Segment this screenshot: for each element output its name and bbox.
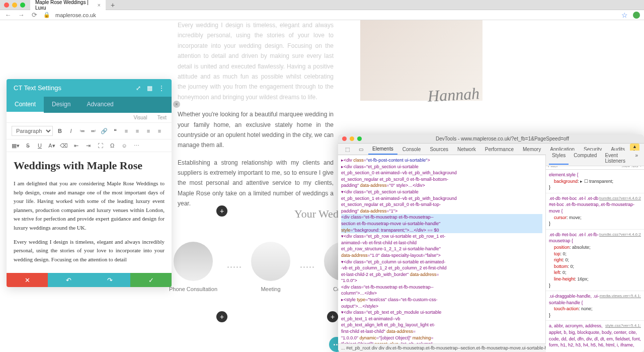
panel-header[interactable]: CT Text Settings ⤢ ▦ ⋮ xyxy=(7,79,172,97)
close-window-icon[interactable] xyxy=(4,3,9,8)
lock-icon: 🔒 xyxy=(43,12,50,18)
close-icon[interactable]: × xyxy=(173,101,180,108)
undo-button[interactable]: ↶ xyxy=(48,273,89,287)
fullscreen-icon[interactable]: ⛶ xyxy=(96,142,104,150)
table-icon[interactable]: ▦▾ xyxy=(12,142,20,150)
add-section-button[interactable]: + xyxy=(216,205,227,217)
subtab-computed[interactable]: Computed xyxy=(571,152,600,165)
page-content: Every wedding I design is timeless, eleg… xyxy=(0,20,644,352)
tab-performance[interactable]: Performance xyxy=(481,145,518,154)
align-right-icon[interactable]: ≡ xyxy=(144,127,152,135)
panel-tabs: Content Design Advanced xyxy=(7,97,172,113)
device-icon[interactable]: ▭ xyxy=(355,145,367,154)
maximize-window-icon[interactable] xyxy=(20,3,25,8)
redo-button[interactable]: ↷ xyxy=(89,273,130,287)
url-text[interactable]: maplerose.co.uk xyxy=(55,12,616,18)
font-color-icon[interactable]: A▾ xyxy=(48,142,56,150)
list-ol-icon[interactable]: ≕ xyxy=(89,127,97,135)
tab-title: Maple Rose Weddings | Luxu xyxy=(35,0,95,11)
circle-image xyxy=(251,242,290,281)
signature: Hannah xyxy=(427,84,480,105)
add-section-button[interactable]: + xyxy=(327,311,338,322)
editor-paragraph[interactable]: I am delighted that you are considering … xyxy=(14,179,165,233)
paragraph: Every wedding I design is timeless, eleg… xyxy=(178,20,334,102)
italic-icon[interactable]: I xyxy=(67,127,75,135)
browser-chrome: Maple Rose Weddings | Luxu × + xyxy=(0,0,644,10)
cancel-button[interactable]: ✕ xyxy=(7,273,48,287)
styles-tabs: Styles Computed Event Listeners » xyxy=(546,151,644,166)
process-circles: Phone Consultation Meeting Contract xyxy=(169,242,363,292)
tab-sources[interactable]: Sources xyxy=(426,145,452,154)
align-justify-icon[interactable]: ≡ xyxy=(155,127,164,135)
section-title: Your Wedd xyxy=(294,207,344,221)
tab-memory[interactable]: Memory xyxy=(519,145,545,154)
link-icon[interactable]: 🔗 xyxy=(100,127,108,135)
save-button[interactable]: ✓ xyxy=(130,273,172,287)
emoji-icon[interactable]: ☺ xyxy=(120,142,128,150)
body-text: Every wedding I design is timeless, eleg… xyxy=(178,20,334,216)
url-bar: ← → ⟳ 🔒 maplerose.co.uk ☆ xyxy=(0,10,644,20)
back-button[interactable]: ← xyxy=(4,11,12,19)
grid-icon[interactable]: ▦ xyxy=(147,85,152,92)
elements-tree[interactable]: ▸<div class="et-fb-post-content ui-sorta… xyxy=(338,155,546,348)
list-ul-icon[interactable]: ≔ xyxy=(78,127,86,135)
indent-icon[interactable]: ⇥ xyxy=(84,142,92,150)
tab-elements[interactable]: Elements xyxy=(368,144,397,155)
circle-label: Meeting xyxy=(261,286,280,292)
tab-content[interactable]: Content xyxy=(7,97,44,113)
paragraph: Establishing a strong relationship with … xyxy=(178,158,334,209)
window-controls xyxy=(4,3,25,8)
circle-image xyxy=(174,242,213,281)
clear-icon[interactable]: ⌫ xyxy=(60,142,68,150)
tab-advanced[interactable]: Advanced xyxy=(78,97,121,113)
outdent-icon[interactable]: ⇤ xyxy=(72,142,80,150)
expand-icon[interactable]: ⤢ xyxy=(136,85,141,92)
editor-toolbar: Paragraph B I ≔ ≕ 🔗 ❝ ≡ ≡ ≡ ≡ xyxy=(7,123,172,139)
paragraph: Whether you're looking for a beautiful m… xyxy=(178,109,334,151)
align-center-icon[interactable]: ≡ xyxy=(133,127,141,135)
bookmark-icon[interactable]: ☆ xyxy=(621,11,628,19)
forward-button[interactable]: → xyxy=(17,11,25,19)
close-icon[interactable] xyxy=(342,136,347,141)
devtools-titlebar[interactable]: DevTools - www.maplerose.co.uk/?et_fb=1&… xyxy=(338,134,644,144)
inspect-icon[interactable]: ⬚ xyxy=(341,145,354,154)
underline-icon[interactable]: U xyxy=(36,142,44,150)
quote-icon[interactable]: ❝ xyxy=(111,127,119,135)
tab-network[interactable]: Network xyxy=(453,145,480,154)
styles-panel[interactable]: Filter :hov .cls + element.style {backgr… xyxy=(546,162,644,348)
devtools-window: DevTools - www.maplerose.co.uk/?et_fb=1&… xyxy=(338,134,644,352)
add-section-button[interactable]: + xyxy=(216,311,227,322)
close-tab-icon[interactable]: × xyxy=(98,2,101,8)
editor-heading[interactable]: Weddings with Maple Rose xyxy=(14,159,165,172)
align-left-icon[interactable]: ≡ xyxy=(122,127,130,135)
special-char-icon[interactable]: Ω xyxy=(108,142,116,150)
reload-button[interactable]: ⟳ xyxy=(30,11,38,19)
more-tools-icon[interactable]: ⋯ xyxy=(132,142,140,150)
extension-icon[interactable] xyxy=(633,12,640,19)
subtab-text[interactable]: Text xyxy=(157,115,167,120)
editor-paragraph[interactable]: Every wedding I design is timeless, eleg… xyxy=(14,238,165,264)
more-icon[interactable]: ⋮ xyxy=(158,85,165,92)
new-tab-button[interactable]: + xyxy=(111,1,115,9)
subtab-visual[interactable]: Visual xyxy=(134,115,147,120)
devtools-title: DevTools - www.maplerose.co.uk/?et_fb=1&… xyxy=(365,136,640,142)
minimize-icon[interactable] xyxy=(350,136,354,141)
tab-design[interactable]: Design xyxy=(44,97,78,113)
format-select[interactable]: Paragraph xyxy=(12,126,53,136)
panel-title: CT Text Settings xyxy=(14,84,61,92)
browser-tab[interactable]: Maple Rose Weddings | Luxu × xyxy=(30,0,106,12)
breadcrumb[interactable]: ... #et_pb_root div div div.et-fb-mouset… xyxy=(338,343,546,352)
bold-icon[interactable]: B xyxy=(56,127,64,135)
subtab-styles[interactable]: Styles xyxy=(549,152,569,165)
circle-label: Phone Consultation xyxy=(169,286,217,292)
minimize-window-icon[interactable] xyxy=(12,3,17,8)
strike-icon[interactable]: S̶ xyxy=(24,142,32,150)
text-editor[interactable]: Weddings with Maple Rose I am delighted … xyxy=(7,152,172,273)
tab-console[interactable]: Console xyxy=(398,145,425,154)
more-icon[interactable]: » xyxy=(632,152,641,165)
text-settings-panel: CT Text Settings ⤢ ▦ ⋮ Content Design Ad… xyxy=(7,79,172,287)
panel-footer: ✕ ↶ ↷ ✓ xyxy=(7,273,172,287)
maximize-icon[interactable] xyxy=(357,136,362,141)
subtab-listeners[interactable]: Event Listeners xyxy=(602,152,630,165)
